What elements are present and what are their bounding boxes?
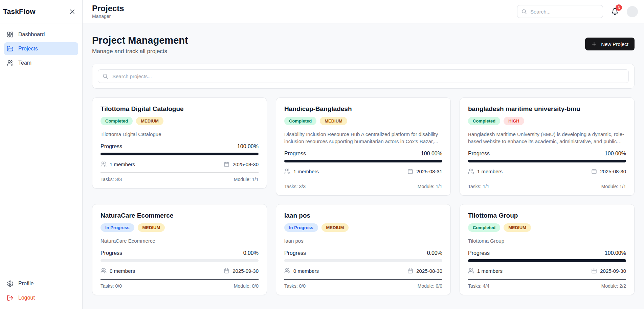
profile-button[interactable]: Profile xyxy=(4,277,78,290)
project-card[interactable]: NaturaCare Ecommerce In Progress MEDIUM … xyxy=(92,204,267,295)
avatar[interactable] xyxy=(627,6,638,17)
members-count: 1 members xyxy=(110,161,135,167)
page-header: Project Management Manage and track all … xyxy=(92,35,635,55)
due-date-info: 2025-08-31 xyxy=(407,169,442,174)
calendar-icon xyxy=(591,268,597,274)
module-count: Module: 0/0 xyxy=(418,283,442,289)
notification-badge: 3 xyxy=(616,4,622,11)
due-date: 2025-08-30 xyxy=(232,161,259,167)
topbar-subtitle: Manager xyxy=(92,14,124,19)
sidebar: TaskFlow Dashboard Projects Team Profi xyxy=(0,0,83,309)
module-count: Module: 1/1 xyxy=(234,177,259,182)
meta-row: 1 members 2025-08-31 xyxy=(284,168,442,174)
card-divider xyxy=(101,279,259,280)
badge-row: Completed HIGH xyxy=(468,117,626,125)
members-count: 1 members xyxy=(477,268,503,274)
progress-row: Progress 0.00% xyxy=(101,250,259,256)
priority-badge: MEDIUM xyxy=(320,117,347,125)
card-footer: Tasks: 0/0 Module: 0/0 xyxy=(101,283,259,289)
progress-row: Progress 100.00% xyxy=(284,151,442,157)
due-date-info: 2025-08-30 xyxy=(224,161,259,167)
meta-row: 0 members 2025-09-30 xyxy=(101,268,259,274)
progress-row: Progress 100.00% xyxy=(468,250,626,256)
project-search-input[interactable] xyxy=(98,69,629,83)
progress-bar xyxy=(101,153,259,155)
members-info: 1 members xyxy=(101,161,135,167)
progress-label: Progress xyxy=(468,151,490,157)
members-count: 0 members xyxy=(293,268,319,274)
sidebar-close-button[interactable] xyxy=(68,7,77,16)
page-title-block: Project Management Manage and track all … xyxy=(92,35,188,55)
badge-row: In Progress MEDIUM xyxy=(101,223,259,232)
members-info: 1 members xyxy=(468,268,503,274)
card-footer: Tasks: 3/3 Module: 1/1 xyxy=(101,177,259,182)
project-card[interactable]: Tilottoma Digital Catalogue Completed ME… xyxy=(92,97,267,189)
progress-fill xyxy=(101,153,259,155)
project-title: bangladesh maritime university-bmu xyxy=(468,105,626,113)
sidebar-item-label: Dashboard xyxy=(18,31,45,38)
priority-badge: MEDIUM xyxy=(504,223,531,232)
project-card[interactable]: Tilottoma Group Completed MEDIUM Tilotto… xyxy=(460,204,635,295)
members-info: 0 members xyxy=(284,268,319,274)
users-icon xyxy=(468,168,474,174)
progress-percent: 100.00% xyxy=(605,151,626,157)
project-title: Handicap-Bangladesh xyxy=(284,105,442,113)
sidebar-footer: Profile Logout xyxy=(0,273,82,309)
calendar-icon xyxy=(407,169,413,174)
sidebar-item-label: Team xyxy=(18,60,31,66)
app-logo: TaskFlow xyxy=(3,7,36,16)
project-description: NaturaCare Ecommerce xyxy=(101,237,259,244)
members-info: 1 members xyxy=(468,168,503,174)
module-count: Module: 1/1 xyxy=(418,184,442,189)
project-card[interactable]: laan pos In Progress MEDIUM laan pos Pro… xyxy=(276,204,451,295)
status-badge: Completed xyxy=(284,117,316,125)
new-project-button[interactable]: New Project xyxy=(585,38,635,50)
progress-row: Progress 100.00% xyxy=(101,144,259,150)
progress-fill xyxy=(468,259,626,262)
progress-fill xyxy=(284,160,442,162)
new-project-label: New Project xyxy=(601,41,628,47)
badge-row: Completed MEDIUM xyxy=(101,117,259,125)
progress-label: Progress xyxy=(468,250,490,256)
progress-row: Progress 100.00% xyxy=(468,151,626,157)
due-date-info: 2025-08-30 xyxy=(591,169,626,174)
search-icon xyxy=(102,73,108,79)
meta-row: 0 members 2025-08-30 xyxy=(284,268,442,274)
calendar-icon xyxy=(224,268,229,274)
project-description: laan pos xyxy=(284,237,442,244)
page-title: Project Management xyxy=(92,35,188,46)
members-count: 1 members xyxy=(477,169,503,174)
sidebar-item-team[interactable]: Team xyxy=(4,57,78,69)
page-subtitle: Manage and track all projects xyxy=(92,48,188,55)
progress-percent: 100.00% xyxy=(421,151,442,157)
project-title: Tilottoma Digital Catalogue xyxy=(101,105,259,113)
tasks-count: Tasks: 1/1 xyxy=(468,184,489,189)
tasks-count: Tasks: 4/4 xyxy=(468,283,489,289)
topbar-title: Projects xyxy=(92,4,124,13)
progress-percent: 100.00% xyxy=(237,144,259,150)
gear-icon xyxy=(7,280,14,287)
global-search-input[interactable] xyxy=(517,5,603,18)
users-icon xyxy=(468,268,474,274)
card-divider xyxy=(468,279,626,280)
project-card[interactable]: Handicap-Bangladesh Completed MEDIUM Dis… xyxy=(276,97,451,196)
project-description: Tilottoma Digital Catalogue xyxy=(101,131,259,138)
progress-label: Progress xyxy=(284,250,306,256)
sidebar-item-projects[interactable]: Projects xyxy=(4,42,78,55)
logout-button[interactable]: Logout xyxy=(4,291,78,304)
project-title: NaturaCare Ecommerce xyxy=(101,212,259,219)
progress-row: Progress 0.00% xyxy=(284,250,442,256)
meta-row: 1 members 2025-08-30 xyxy=(468,168,626,174)
members-count: 0 members xyxy=(110,268,135,274)
card-divider xyxy=(284,180,442,180)
users-icon xyxy=(284,168,290,174)
status-badge: Completed xyxy=(468,117,500,125)
sidebar-item-dashboard[interactable]: Dashboard xyxy=(4,28,78,41)
notifications-button[interactable]: 3 xyxy=(610,6,619,17)
members-info: 1 members xyxy=(284,168,319,174)
badge-row: Completed MEDIUM xyxy=(284,117,442,125)
content-area: Project Management Manage and track all … xyxy=(83,23,644,309)
project-card[interactable]: bangladesh maritime university-bmu Compl… xyxy=(460,97,635,196)
close-icon xyxy=(69,8,75,15)
logout-label: Logout xyxy=(18,295,35,301)
